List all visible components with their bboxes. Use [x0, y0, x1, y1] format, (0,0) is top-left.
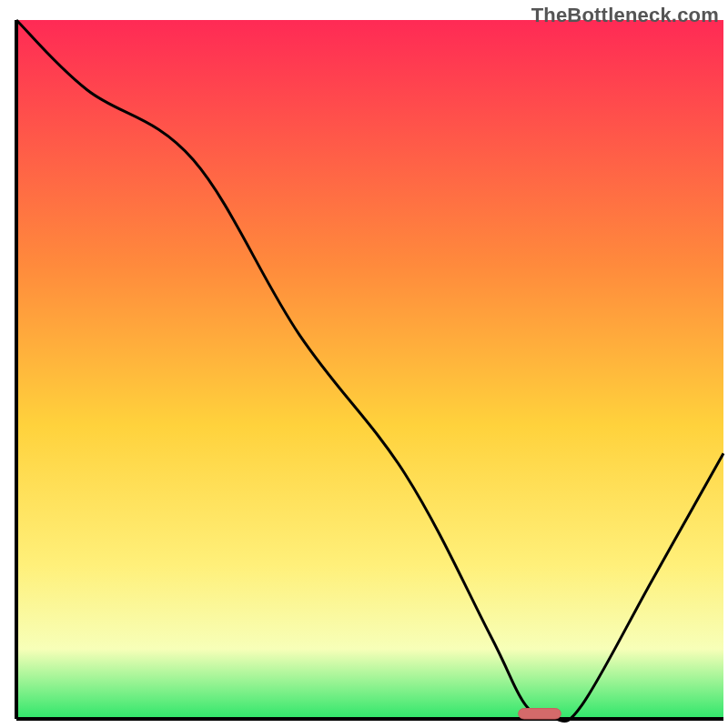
- chart-container: TheBottleneck.com: [0, 0, 728, 728]
- watermark-text: TheBottleneck.com: [531, 4, 719, 27]
- plot-background: [16, 20, 723, 719]
- optimal-marker: [519, 709, 561, 720]
- bottleneck-chart: [0, 0, 728, 728]
